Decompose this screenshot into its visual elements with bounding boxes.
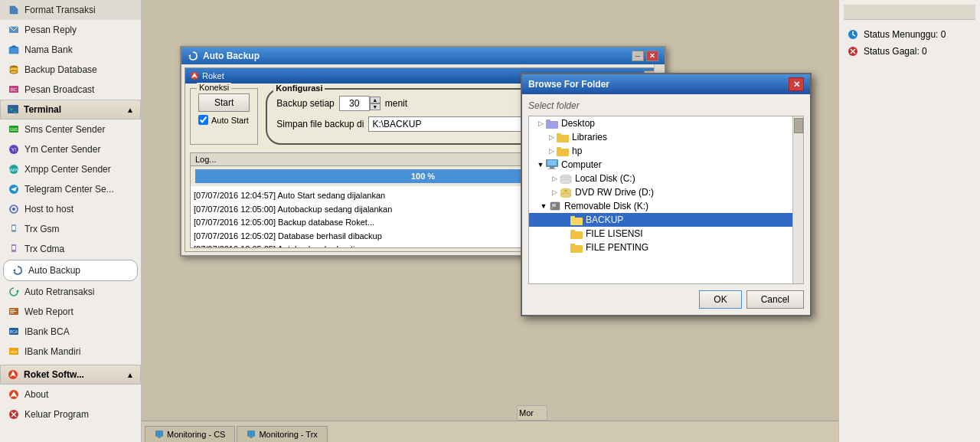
sidebar-item-sms-center[interactable]: SMS Sms Center Sender xyxy=(0,120,141,139)
sidebar-item-trx-gsm[interactable]: Trx Gsm xyxy=(0,219,141,239)
sidebar-item-xmpp-center[interactable]: XMPP Xmpp Center Sender xyxy=(0,159,141,179)
svg-text:SMS: SMS xyxy=(10,127,19,132)
tree-item-libraries[interactable]: ▷ Libraries xyxy=(529,130,803,144)
svg-point-68 xyxy=(564,190,567,192)
terminal-section-label: Terminal xyxy=(24,104,61,115)
tree-expand-hp[interactable]: ▷ xyxy=(546,146,557,156)
svg-text:MDR: MDR xyxy=(10,350,17,354)
sidebar-item-web-report[interactable]: Web Report xyxy=(0,302,141,322)
scrollbar-thumb[interactable] xyxy=(794,118,803,133)
sidebar-item-ym-center[interactable]: Y! Ym Center Sender xyxy=(0,139,141,159)
svg-text:Y!: Y! xyxy=(11,147,17,152)
browse-title-text: Browse For Folder xyxy=(528,79,609,90)
sidebar-item-host-to-host[interactable]: Host to host xyxy=(0,199,141,219)
sidebar-item-auto-retransaksi[interactable]: Auto Retransaksi xyxy=(0,282,141,302)
tree-item-computer-label: Computer xyxy=(561,159,602,170)
auto-start-checkbox-row: Auto Start xyxy=(198,115,250,125)
ibank-bca-icon: BCA xyxy=(8,326,20,338)
sidebar-item-backup-database[interactable]: Backup Database xyxy=(0,60,141,80)
auto-start-checkbox[interactable] xyxy=(198,115,208,125)
sidebar-item-format-transaksi[interactable]: Format Transaksi xyxy=(0,0,141,20)
status-fail-text: Status Gagal: 0 xyxy=(864,46,927,57)
browse-cancel-button[interactable]: Cancel xyxy=(746,290,804,309)
tab-monitoring-cs[interactable]: Monitoring - CS xyxy=(145,426,235,442)
sidebar-top-section: Format Transaksi Pesan Reply Nama Bank B… xyxy=(0,0,141,100)
sidebar-item-auto-backup[interactable]: Auto Backup xyxy=(3,260,138,281)
tree-item-hp[interactable]: ▷ hp xyxy=(529,144,803,158)
svg-rect-31 xyxy=(10,313,14,313)
sidebar-item-trx-cdma[interactable]: Trx Cdma xyxy=(0,239,141,259)
tree-item-removable-disk-k[interactable]: ▼ Removable Disk (K:) xyxy=(529,199,803,213)
log-label: Log... xyxy=(195,155,217,164)
svg-rect-73 xyxy=(570,216,575,218)
sidebar-item-telegram-center[interactable]: Telegram Center Se... xyxy=(0,179,141,199)
host-to-host-icon xyxy=(8,203,20,215)
tree-expand-file-penting[interactable] xyxy=(560,242,570,253)
terminal-section-header[interactable]: >_ Terminal ▲ xyxy=(0,100,141,120)
backup-minutes-input[interactable] xyxy=(339,96,370,111)
tree-expand-local-disk[interactable]: ▷ xyxy=(549,173,560,184)
tree-expand-backup[interactable] xyxy=(560,214,570,225)
svg-text:>_: >_ xyxy=(10,106,17,113)
svg-rect-48 xyxy=(155,431,163,437)
tree-item-file-penting-label: FILE PENTING xyxy=(586,242,648,253)
tree-item-backup-label: BACKUP xyxy=(586,214,623,225)
svg-rect-76 xyxy=(570,245,583,253)
telegram-center-icon xyxy=(8,183,20,195)
svg-rect-54 xyxy=(557,135,569,142)
tree-item-computer[interactable]: ▼ Computer xyxy=(529,158,803,172)
tab-monitoring-trx[interactable]: Monitoring - Trx xyxy=(237,426,327,442)
backup-folder-icon xyxy=(570,215,583,224)
browse-ok-button[interactable]: OK xyxy=(699,290,741,309)
tree-item-desktop[interactable]: ▷ Desktop xyxy=(529,116,803,130)
backup-database-icon xyxy=(8,64,20,76)
file-penting-folder-icon xyxy=(570,243,583,252)
tree-item-local-disk-c[interactable]: ▷ Local Disk (C:) xyxy=(529,172,803,185)
tree-expand-libraries[interactable]: ▷ xyxy=(546,132,557,142)
tree-item-backup[interactable]: BACKUP xyxy=(529,213,803,227)
backup-value-spinner[interactable]: ▲ ▼ xyxy=(339,96,381,111)
tree-expand-file-lisensi[interactable] xyxy=(560,228,570,239)
tree-item-file-penting[interactable]: FILE PENTING xyxy=(529,241,803,254)
close-button[interactable]: ✕ xyxy=(646,51,658,61)
sidebar-item-ibank-bca[interactable]: BCA IBank BCA xyxy=(0,322,141,342)
auto-backup-icon xyxy=(11,264,24,277)
minimize-button[interactable]: ─ xyxy=(632,51,644,61)
tree-item-dvd-drive-d[interactable]: ▷ DVD RW Drive (D:) xyxy=(529,185,803,199)
svg-rect-55 xyxy=(557,133,561,136)
tree-item-hp-label: hp xyxy=(572,146,582,156)
libraries-folder-icon xyxy=(557,133,569,142)
sidebar-item-ibank-mandiri[interactable]: MDR IBank Mandiri xyxy=(0,342,141,362)
sidebar-item-pesan-reply[interactable]: Pesan Reply xyxy=(0,20,141,40)
mor-tab: Mor xyxy=(517,405,547,421)
spinner-down-button[interactable]: ▼ xyxy=(370,103,381,110)
browse-close-button[interactable]: ✕ xyxy=(789,77,804,91)
nama-bank-icon xyxy=(8,44,20,56)
tree-expand-removable-disk[interactable]: ▼ xyxy=(538,201,549,211)
menit-label: menit xyxy=(385,98,407,109)
tree-item-file-lisensi-label: FILE LISENSI xyxy=(586,228,643,239)
svg-point-21 xyxy=(12,208,15,211)
pesan-broadcast-icon: BC xyxy=(8,83,20,96)
bottom-tabs: Monitoring - CS Monitoring - Trx xyxy=(142,421,838,442)
folder-tree[interactable]: ▷ Desktop ▷ Libraries ▷ xyxy=(528,116,804,284)
tree-scrollbar[interactable] xyxy=(792,116,803,283)
backup-setiap-label: Backup setiap xyxy=(276,98,334,109)
sidebar-item-about[interactable]: About xyxy=(0,385,141,404)
svg-rect-56 xyxy=(557,149,569,156)
tree-item-file-lisensi[interactable]: FILE LISENSI xyxy=(529,227,803,241)
dvd-drive-d-icon xyxy=(560,188,572,197)
computer-icon xyxy=(546,160,558,169)
spinner-up-button[interactable]: ▲ xyxy=(370,97,381,103)
hp-folder-icon xyxy=(557,146,569,156)
simpan-label: Simpan file backup di xyxy=(276,119,364,129)
tree-expand-desktop[interactable]: ▷ xyxy=(535,118,546,129)
tree-expand-dvd-drive[interactable]: ▷ xyxy=(549,187,560,198)
sidebar-item-keluar-program[interactable]: Keluar Program xyxy=(0,404,141,424)
tree-expand-computer[interactable]: ▼ xyxy=(535,159,546,170)
sidebar-item-pesan-broadcast[interactable]: BC Pesan Broadcast xyxy=(0,80,141,100)
svg-point-67 xyxy=(560,193,571,198)
sidebar-item-nama-bank[interactable]: Nama Bank xyxy=(0,40,141,60)
roket-section-header[interactable]: Roket Softw... ▲ xyxy=(0,365,141,385)
start-button[interactable]: Start xyxy=(198,93,250,112)
